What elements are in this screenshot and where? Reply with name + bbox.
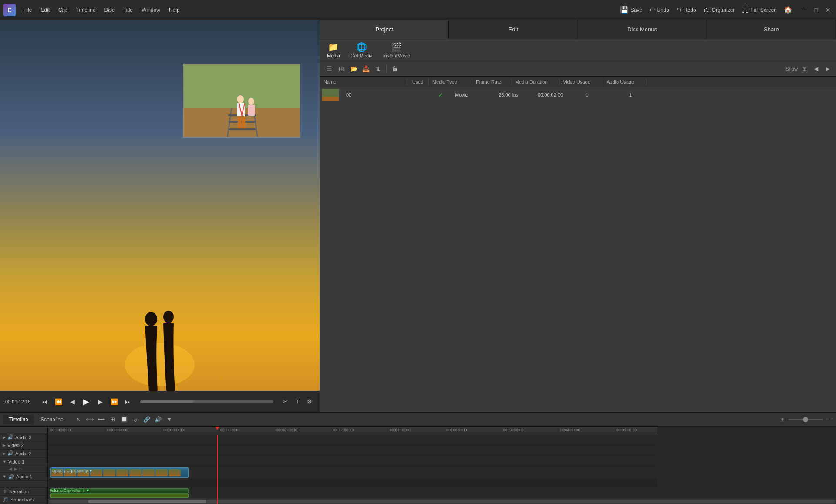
right-panel: Project Edit Disc Menus Share 📁 Media 🌐 … [320,20,836,412]
track-name-video2: Video 2 [7,443,24,448]
ruler-0: 00:00:00:00 [50,428,71,432]
select-tool[interactable]: ↖ [74,415,84,424]
menu-title[interactable]: Title [120,5,136,15]
track-arrow-audio1[interactable]: ▼ [3,474,7,479]
menu-edit[interactable]: Edit [37,5,53,15]
zoom-slider[interactable] [788,419,823,420]
svg-point-10 [237,95,244,103]
tab-disc-menus[interactable]: Disc Menus [578,20,707,39]
track-name-audio2: Audio 2 [15,451,31,456]
track-arrow-audio2[interactable]: ▶ [3,451,6,456]
step-back-button[interactable]: ◀ [67,396,78,407]
subtab-media-label: Media [327,53,340,58]
track-arrow-video1[interactable]: ▼ [3,460,7,464]
step-forward-button[interactable]: ▶ [95,396,105,407]
subtab-media[interactable]: 📁 Media [327,42,340,58]
fullscreen-button[interactable]: ⛶ Full Screen [742,6,777,14]
v1-more[interactable]: ▷ [19,467,23,471]
minimize-button[interactable]: ─ [799,6,808,14]
more-tools[interactable]: ▼ [165,415,174,424]
svg-rect-17 [248,105,255,116]
thumbnail-view-button[interactable]: ⊞ [337,64,346,74]
snap-tool[interactable]: 🔲 [119,415,129,424]
ripple-tool[interactable]: ⟺ [85,415,95,424]
audio-tool[interactable]: 🔊 [153,415,163,424]
play-button[interactable]: ▶ [81,396,91,407]
track-select-tool[interactable]: ⟷ [97,415,106,424]
import-button[interactable]: 📥 [361,64,371,74]
menu-window[interactable]: Window [138,5,164,15]
video1-clip[interactable]: Opacity:Clip Opacity ▼ [50,467,189,478]
delete-button[interactable]: 🗑 [390,64,400,74]
settings-button[interactable]: ⚙ [305,397,314,407]
view-toggle-2[interactable]: ◀ [812,64,820,73]
media-video-usage: 1 [582,91,626,98]
menu-disc[interactable]: Disc [101,5,118,15]
split-button[interactable]: ✂ [280,397,290,407]
close-button[interactable]: ✕ [824,6,833,14]
tab-sceneline[interactable]: Sceneline [35,415,69,424]
text-button[interactable]: T [293,397,302,407]
ruler-1: 00:00:30:00 [107,428,128,432]
preview-background [0,20,320,391]
tab-share[interactable]: Share [707,20,836,39]
list-view-button[interactable]: ☰ [324,64,334,74]
save-button[interactable]: 💾 Save [620,6,642,14]
menu-timeline[interactable]: Timeline [73,5,99,15]
menu-clip[interactable]: Clip [55,5,71,15]
go-to-start-button[interactable]: ⏮ [39,396,50,407]
audio1-sub-controls [0,481,47,488]
show-label: Show [785,66,798,71]
menu-file[interactable]: File [20,5,35,15]
organizer-button[interactable]: 🗂 Organizer [703,6,735,14]
col-header-name: Name [320,78,407,85]
subtab-get-media[interactable]: 🌐 Get Media [351,42,373,58]
ruler-7: 00:03:30:00 [446,428,467,432]
zoom-out-button[interactable]: — [825,416,833,423]
scroll-track[interactable] [49,500,835,503]
scroll-thumb[interactable] [88,500,206,503]
tab-edit[interactable]: Edit [449,20,578,39]
markers-tool[interactable]: ◇ [131,415,140,424]
go-to-end-button[interactable]: ⏭ [123,396,133,407]
timeline-tools: ↖ ⟺ ⟷ ⊞ 🔲 ◇ 🔗 🔊 ▼ [74,415,174,424]
home-button[interactable]: 🏠 [784,6,792,14]
restore-button[interactable]: □ [812,6,820,14]
svg-point-2 [163,311,174,323]
media-row[interactable]: 00 ✓ Movie 25.00 fps 00:00:02:00 1 1 [320,87,836,103]
v1-next[interactable]: ▶ [14,467,17,471]
subtab-instant-movie[interactable]: 🎬 InstantMovie [383,42,410,58]
prev-frame-button[interactable]: ⏪ [53,396,64,407]
next-frame-button[interactable]: ⏩ [109,396,119,407]
track-arrow-video2[interactable]: ▶ [3,443,6,447]
sort-button[interactable]: ⇅ [373,64,383,74]
menu-help[interactable]: Help [165,5,183,15]
audio1-wave-clip[interactable] [50,494,189,498]
soundtrack-icon: 🎵 [3,497,9,503]
v1-prev[interactable]: ◀ [9,467,12,471]
folder-button[interactable]: 📂 [349,64,358,74]
undo-label: Undo [657,7,669,13]
track-area: 00:00:00:00 00:00:30:00 00:01:00:00 00:0… [48,427,657,504]
tab-timeline[interactable]: Timeline [3,415,34,424]
track-name-soundtrack: Soundtrack [10,497,35,502]
time-display: 00:01:12:16 [5,399,36,404]
track-label-audio2: ▶ 🔊 Audio 2 [0,450,47,458]
zoom-in-button[interactable]: ⊞ [779,416,786,423]
playhead[interactable] [217,435,218,504]
undo-button[interactable]: ↩ Undo [649,6,669,14]
redo-button[interactable]: ↪ Redo [676,6,696,14]
app-logo: E [3,4,16,16]
timeline-tracks[interactable]: 00:00:00:00 00:00:30:00 00:01:00:00 00:0… [48,427,836,504]
track-arrow-audio3[interactable]: ▶ [3,435,6,440]
view-toggle-1[interactable]: ⊞ [800,64,809,73]
tab-project[interactable]: Project [320,20,449,39]
view-toggle-3[interactable]: ▶ [823,64,832,73]
col-header-videousage: Video Usage [560,78,603,85]
playback-progress[interactable] [140,400,273,403]
undo-icon: ↩ [649,6,655,14]
ruler-playhead-triangle [215,427,219,430]
app-logo-text: E [7,7,11,13]
multi-cam-tool[interactable]: ⊞ [108,415,118,424]
link-tool[interactable]: 🔗 [142,415,152,424]
